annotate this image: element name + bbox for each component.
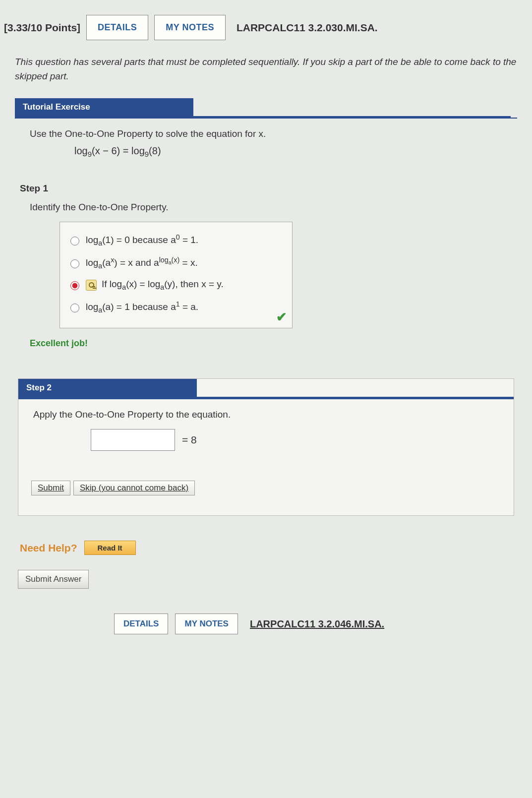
step1-feedback: Excellent job!: [30, 338, 517, 349]
details-button[interactable]: DETAILS: [86, 15, 148, 40]
step1-prompt: Identify the One-to-One Property.: [30, 202, 517, 213]
radio-input[interactable]: [70, 304, 79, 312]
next-question-header: DETAILS MY NOTES LARPCALC11 3.2.046.MI.S…: [15, 609, 517, 634]
read-it-button[interactable]: Read It: [84, 541, 136, 555]
question-header: [3.33/10 Points] DETAILS MY NOTES LARPCA…: [0, 0, 532, 50]
divider: [15, 118, 517, 119]
exercise-equation: log9(x − 6) = log9(8): [74, 145, 517, 158]
key-icon: [86, 280, 97, 291]
divider: [18, 398, 514, 399]
exercise-prompt: Use the One-to-One Property to solve the…: [30, 128, 517, 139]
step2-equation-row: = 8: [91, 429, 501, 451]
option-text: loga(a) = 1 because a1 = a.: [86, 300, 198, 314]
details-button-footer[interactable]: DETAILS: [114, 614, 168, 634]
step1-options-box: loga(1) = 0 because a0 = 1. loga(ax) = x…: [59, 222, 293, 328]
next-question-id: LARPCALC11 3.2.046.MI.SA.: [250, 618, 384, 630]
skip-step-button[interactable]: Skip (you cannot come back): [73, 481, 195, 495]
step1-option-0[interactable]: loga(1) = 0 because a0 = 1.: [68, 233, 284, 247]
my-notes-button[interactable]: MY NOTES: [154, 15, 226, 40]
submit-answer-button[interactable]: Submit Answer: [18, 570, 89, 589]
step1-title: Step 1: [20, 183, 517, 194]
need-help-label: Need Help?: [20, 542, 77, 554]
step2-prompt: Apply the One-to-One Property to the equ…: [33, 409, 501, 420]
my-notes-button-footer[interactable]: MY NOTES: [175, 614, 237, 634]
option-text: loga(ax) = x and aloga(x) = x.: [86, 256, 198, 270]
step2-rhs: = 8: [182, 434, 197, 446]
step2-answer-input[interactable]: [91, 429, 175, 451]
step2-container: Step 2 Apply the One-to-One Property to …: [18, 378, 514, 516]
need-help-row: Need Help? Read It: [20, 541, 517, 555]
intro-text: This question has several parts that mus…: [15, 55, 517, 83]
radio-input[interactable]: [70, 259, 79, 268]
submit-step-button[interactable]: Submit: [31, 481, 70, 495]
radio-input[interactable]: [70, 281, 79, 290]
option-text: If loga(x) = loga(y), then x = y.: [102, 279, 224, 291]
step2-tab: Step 2: [18, 379, 197, 398]
points-label: [3.33/10 Points]: [4, 22, 80, 34]
question-id: LARPCALC11 3.2.030.MI.SA.: [236, 22, 378, 34]
step1-option-3[interactable]: loga(a) = 1 because a1 = a.: [68, 300, 284, 314]
step1-option-1[interactable]: loga(ax) = x and aloga(x) = x.: [68, 256, 284, 270]
step1-option-2[interactable]: If loga(x) = loga(y), then x = y.: [68, 279, 284, 291]
option-text: loga(1) = 0 because a0 = 1.: [86, 233, 198, 247]
tutorial-exercise-tab: Tutorial Exercise: [15, 98, 193, 118]
check-icon: ✔: [276, 309, 287, 325]
radio-input[interactable]: [70, 237, 79, 246]
